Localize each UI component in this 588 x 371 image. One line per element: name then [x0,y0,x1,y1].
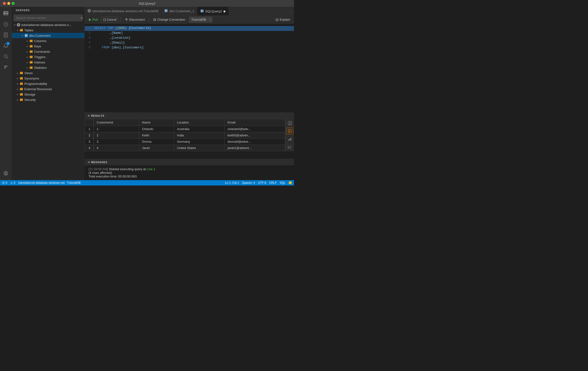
explain-button[interactable]: ? Explain [273,17,292,22]
table-row[interactable]: 2 2 Keith India keith0@adven... [85,132,285,139]
status-emoji[interactable]: 🙂 [288,181,292,185]
tab-query-label: SQLQuery2 [205,10,222,13]
row-num: 3 [85,139,94,145]
indexes-folder[interactable]: Indexes [12,60,85,65]
security-chevron [16,98,20,102]
messages-collapse-icon[interactable]: ◀ [88,161,90,163]
security-label: Security [24,98,36,102]
results-wrapper: CustomerId Name Location Email 1 1 Orlan… [85,119,294,151]
cell-location: Germany [174,139,224,145]
editor-area: tutorialserver.database.windows.net:Tuto… [85,7,294,180]
status-errors[interactable]: ⓪ 0 [2,181,7,185]
svg-point-15 [17,23,20,26]
constraints-folder[interactable]: Constraints [12,49,85,54]
status-position[interactable]: Ln 1, Col 1 [225,181,239,185]
activity-bar: 1 [0,7,12,180]
msg-line-link[interactable]: Line 1 [147,167,155,171]
synonyms-folder[interactable]: Synonyms [12,76,85,81]
tab-query-icon [200,9,204,13]
change-connection-button[interactable]: Change Connection [151,17,187,22]
storage-folder[interactable]: Storage [12,92,85,97]
status-language[interactable]: SQL [280,181,285,185]
status-spaces[interactable]: Spaces: 4 [242,181,255,185]
msg-text-3: Total execution time: 00:00:00.063 [88,175,137,178]
external-resources-folder[interactable]: External Resources [12,86,85,92]
col-header-rownum [85,119,94,126]
indexes-folder-icon [29,60,33,64]
status-line-ending[interactable]: CRLF [269,181,277,185]
synonyms-label: Synonyms [24,77,39,80]
columns-folder[interactable]: Columns [12,38,85,43]
tab-customers[interactable]: dbo.Customers_1 [161,7,198,15]
view-as-table-button[interactable] [286,128,293,134]
synonyms-chevron [16,76,20,80]
code-content-1: SELECT TOP (1000) [CustomerId] [94,26,151,30]
database-select[interactable]: TutorialDB [189,17,212,22]
maximize-button[interactable] [12,2,15,5]
results-header: ◀ RESULTS [85,112,294,119]
activity-search[interactable] [1,52,11,61]
cell-name: Donna [139,139,174,145]
save-results-button[interactable] [286,120,293,127]
status-server[interactable]: tutorialserver.database.windows.net : Tu… [18,181,81,185]
svg-point-37 [153,19,156,21]
results-collapse-icon[interactable]: ◀ [88,114,90,117]
close-button[interactable] [3,2,6,5]
toolbar-separator-2 [149,17,149,22]
minimize-button[interactable] [7,2,10,5]
status-encoding[interactable]: UTF-8 [258,181,266,185]
tab-more-icon: ··· [289,9,292,13]
constraints-folder-icon [29,50,33,53]
tables-folder[interactable]: Tables [12,28,85,33]
programmability-folder-icon [20,82,23,86]
activity-settings[interactable] [1,168,11,178]
svg-point-24 [89,9,90,12]
activity-notebooks[interactable] [1,30,11,40]
msg-timestamp: [11:34:50 AM] [88,167,108,171]
status-errors-text: ⓪ 0 [2,181,7,185]
tables-label: Tables [24,29,33,32]
cell-name: Janet [139,145,174,151]
activity-history[interactable] [1,20,11,29]
activity-git[interactable] [1,62,11,72]
tab-server[interactable]: tutorialserver.database.windows.net:Tuto… [85,7,161,15]
activity-notifications[interactable]: 1 [1,41,11,51]
programmability-folder[interactable]: Programmability [12,81,85,86]
security-folder[interactable]: Security [12,97,85,102]
table-row[interactable]: 3 3 Donna Germany donna0@adve... [85,139,285,145]
run-button[interactable]: Run [87,17,100,22]
line-number-2: 2 [85,31,94,35]
svg-point-2 [4,12,5,12]
cell-location: United States [174,145,224,151]
views-folder-icon [20,71,23,75]
triggers-folder[interactable]: Triggers [12,54,85,60]
view-as-chart-2-button[interactable] [286,143,293,150]
toolbar: Run Cancel Disconnect [85,15,294,24]
disconnect-button[interactable]: Disconnect [123,17,147,22]
table-row[interactable]: 4 4 Janet United States janet1@advent... [85,145,285,151]
line-number-4: 4 [85,41,94,44]
results-area: ◀ RESULTS CustomerId Name Location Email [85,112,294,180]
svg-rect-45 [288,140,289,141]
cell-customerid: 1 [94,126,139,132]
views-folder[interactable]: Views [12,70,85,76]
cell-email: janet1@advent... [224,145,285,151]
tree-container: tutorialserver.database.windows.n... Tab… [12,22,85,180]
tab-more-button[interactable]: ··· [287,7,294,15]
code-editor[interactable]: 1 SELECT TOP (1000) [CustomerId] 2 ,[Nam… [85,24,294,112]
activity-servers[interactable] [1,9,11,19]
statistics-folder[interactable]: Statistics [12,65,85,70]
search-clear-icon[interactable]: ✕ [80,16,83,20]
view-as-chart-button[interactable] [286,135,293,142]
search-input[interactable] [14,15,83,21]
status-warnings[interactable]: ⚠ 0 [10,181,15,185]
results-table-container: CustomerId Name Location Email 1 1 Orlan… [85,119,294,151]
col-header-customerid: CustomerId [94,119,139,126]
tab-query[interactable]: SQLQuery2 [198,7,229,15]
cancel-button[interactable]: Cancel [101,17,119,22]
keys-folder[interactable]: Keys [12,43,85,49]
status-left: ⓪ 0 ⚠ 0 [2,181,15,185]
customers-table[interactable]: dbo.Customers [12,33,85,38]
server-item[interactable]: tutorialserver.database.windows.n... [12,22,85,28]
table-row[interactable]: 1 1 Orlando Australia orlando0@adv... [85,126,285,132]
